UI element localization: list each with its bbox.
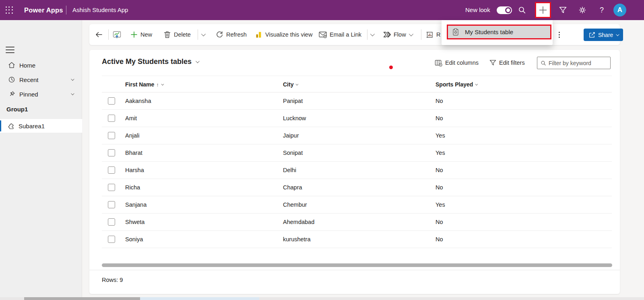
run-report-button[interactable]: R xyxy=(426,24,440,45)
edit-columns-button[interactable]: Edit columns xyxy=(435,50,479,76)
filter-icon xyxy=(559,6,567,14)
share-button[interactable]: Share xyxy=(584,29,623,41)
column-label: Sports Played xyxy=(436,81,473,88)
settings-button[interactable] xyxy=(577,4,588,16)
cell-sports-played: No xyxy=(436,231,443,248)
row-checkbox[interactable] xyxy=(108,184,115,191)
delete-label: Delete xyxy=(174,31,191,38)
collapse-sitemap-button[interactable] xyxy=(6,47,14,53)
back-button[interactable] xyxy=(95,24,103,45)
new-look-toggle[interactable] xyxy=(497,6,512,14)
selected-indicator xyxy=(0,120,1,132)
chevron-down-icon xyxy=(201,32,206,36)
sidebar-item-subarea1[interactable]: Subarea1 xyxy=(0,119,82,133)
more-commands-button[interactable] xyxy=(559,24,560,45)
cell-first-name[interactable]: Richa xyxy=(125,179,140,196)
table-row[interactable]: Anjali Jaipur Yes xyxy=(102,127,612,144)
table-row[interactable]: Richa Chapra No xyxy=(102,179,612,196)
header-divider xyxy=(66,6,66,14)
view-selector[interactable]: Active My Students tables xyxy=(102,58,198,66)
sidebar-item-home[interactable]: Home xyxy=(0,58,82,72)
cell-first-name[interactable]: Shweta xyxy=(125,214,144,231)
new-button[interactable]: New xyxy=(130,24,152,45)
back-arrow-icon xyxy=(95,31,103,39)
edit-filters-button[interactable]: Edit filters xyxy=(489,50,525,76)
column-header-city[interactable]: City xyxy=(283,76,297,93)
show-chart-button[interactable] xyxy=(113,24,121,45)
row-checkbox[interactable] xyxy=(108,115,115,122)
column-header-sports-played[interactable]: Sports Played xyxy=(436,76,477,93)
help-button[interactable]: ? xyxy=(596,4,607,16)
email-icon xyxy=(319,31,327,38)
row-checkbox[interactable] xyxy=(108,97,115,105)
table-row[interactable]: Harsha Delhi No xyxy=(102,162,612,179)
column-header-first-name[interactable]: First Name ↑ xyxy=(125,76,163,93)
plus-icon xyxy=(539,6,547,14)
quick-create-button[interactable] xyxy=(535,2,551,18)
visualize-chart-icon xyxy=(255,31,262,38)
row-checkbox[interactable] xyxy=(108,236,115,243)
cell-city: Panipat xyxy=(283,92,303,110)
cell-first-name[interactable]: Amit xyxy=(125,110,137,127)
email-link-button[interactable]: Email a Link xyxy=(319,24,361,45)
account-avatar[interactable]: A xyxy=(613,4,626,16)
app-launcher-waffle-icon[interactable] xyxy=(6,6,13,14)
cell-first-name[interactable]: Harsha xyxy=(125,162,144,179)
grid-column-headers: First Name ↑ City Sports Played xyxy=(102,76,612,92)
powerapps-brand[interactable]: Power Apps xyxy=(24,0,63,20)
row-checkbox[interactable] xyxy=(108,218,115,226)
new-label: New xyxy=(140,31,152,38)
cell-city: Lucknow xyxy=(283,110,306,127)
more-vertical-icon xyxy=(559,32,560,38)
search-icon xyxy=(541,60,546,66)
chevron-down-icon xyxy=(616,33,619,36)
flow-button[interactable]: Flow xyxy=(383,24,412,45)
search-icon xyxy=(518,6,526,14)
office-header-bar: Power Apps Ashish Students App New look xyxy=(0,0,644,20)
horizontal-scrollbar xyxy=(102,263,612,267)
sidebar-item-recent[interactable]: Recent xyxy=(0,72,82,87)
refresh-icon xyxy=(216,31,223,39)
keyword-filter-input[interactable] xyxy=(549,60,607,66)
row-checkbox[interactable] xyxy=(108,132,115,139)
cell-first-name[interactable]: Bharat xyxy=(125,144,142,162)
sidebar-item-label: Recent xyxy=(19,76,39,83)
row-checkbox[interactable] xyxy=(108,201,115,208)
cell-first-name[interactable]: Sanjana xyxy=(125,196,147,214)
toggle-knob xyxy=(505,7,511,13)
show-chart-icon xyxy=(113,31,121,39)
sidebar-item-label: Subarea1 xyxy=(19,123,45,129)
search-button[interactable] xyxy=(516,4,528,16)
gear-icon xyxy=(578,6,586,14)
table-row[interactable]: Sanjana Chembur Yes xyxy=(102,196,612,214)
row-checkbox[interactable] xyxy=(108,166,115,174)
cell-first-name[interactable]: Soniya xyxy=(125,231,143,248)
menu-item-my-students-table[interactable]: My Students table xyxy=(447,25,551,39)
cell-city: Delhi xyxy=(283,162,296,179)
table-row[interactable]: Soniya kurushetra No xyxy=(102,231,612,248)
table-row[interactable]: Aakansha Panipat No xyxy=(102,92,612,110)
table-row[interactable]: Amit Lucknow No xyxy=(102,110,612,127)
visualize-view-button[interactable]: Visualize this view xyxy=(255,24,312,45)
table-row[interactable]: Shweta Ahemdabad No xyxy=(102,214,612,231)
sidebar-item-pinned[interactable]: Pinned xyxy=(0,87,82,101)
scrollbar-thumb[interactable] xyxy=(24,297,140,300)
filter-button[interactable] xyxy=(557,4,568,16)
refresh-button[interactable]: Refresh xyxy=(216,24,247,45)
cell-sports-played: Yes xyxy=(436,127,445,144)
row-count: Rows: 9 xyxy=(102,277,123,283)
new-look-label: New look xyxy=(465,0,490,20)
table-row[interactable]: Bharat Sonipat Yes xyxy=(102,144,612,162)
cell-sports-played: No xyxy=(436,162,443,179)
delete-button[interactable]: Delete xyxy=(163,24,191,45)
cell-sports-played: Yes xyxy=(436,196,445,214)
edit-columns-label: Edit columns xyxy=(445,60,479,66)
cell-first-name[interactable]: Aakansha xyxy=(125,92,151,110)
scrollbar-thumb[interactable] xyxy=(102,263,612,267)
email-overflow-chevron[interactable] xyxy=(370,24,374,45)
row-checkbox[interactable] xyxy=(108,149,115,156)
trash-icon xyxy=(163,31,171,39)
browser-horizontal-scrollbar xyxy=(0,297,644,300)
cell-first-name[interactable]: Anjali xyxy=(125,127,139,144)
overflow-chevron-button[interactable] xyxy=(201,24,204,45)
